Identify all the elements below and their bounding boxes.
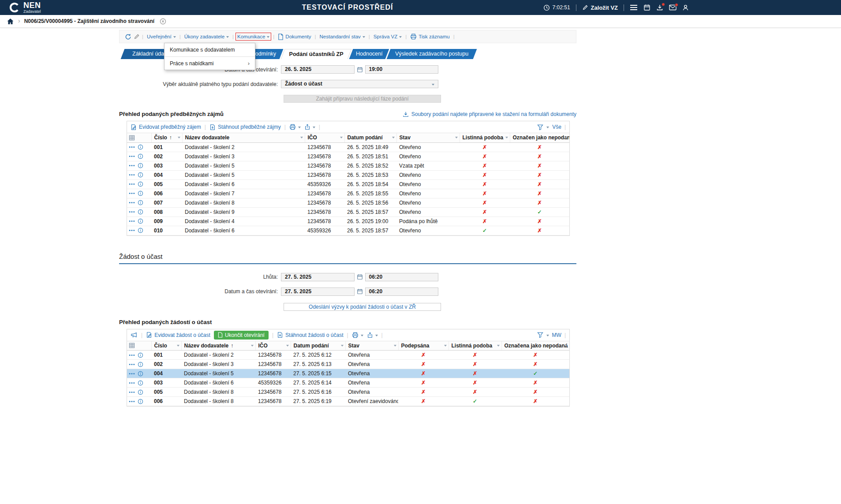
column-header-cislo[interactable]: Číslo↑ [151,133,182,142]
mail-icon[interactable] [669,4,677,11]
info-icon[interactable] [138,371,143,377]
filter-caret-icon[interactable] [341,345,344,347]
chevron-down-icon[interactable] [546,127,549,128]
tab-vysledek-zadavaciho-postupu[interactable]: Výsledek zadávacího postupu [387,49,477,59]
filter-funnel-icon[interactable] [537,332,543,338]
open-time-field[interactable]: 06:20 [365,287,439,296]
menu-hamburger-icon[interactable] [630,4,638,11]
calendar-icon[interactable] [357,67,363,73]
info-icon[interactable] [138,209,143,215]
row-menu-button[interactable] [129,164,135,167]
column-header-podepsana[interactable]: Podepsána [398,341,449,351]
info-icon[interactable] [138,153,143,159]
info-icon[interactable] [138,172,143,178]
column-header-listinna[interactable]: Listinná podoba [460,133,510,142]
filter-caret-icon[interactable] [505,137,508,138]
print-table-button[interactable] [289,124,301,130]
menu-item-komunikace-s-dodavatelem[interactable]: Komunikace s dodavatelem [164,43,255,56]
column-header-ico[interactable]: IČO [305,133,344,142]
row-menu-button[interactable] [129,192,135,194]
filter-caret-icon[interactable] [392,137,395,138]
megaphone-icon[interactable] [131,332,138,338]
create-vz-button[interactable]: Založit VZ [582,4,618,11]
filter-funnel-icon[interactable] [537,124,543,130]
toolbar-item-nestandardni-stav[interactable]: Nestandardní stav [318,33,366,40]
column-header-stav[interactable]: Stav [396,133,460,142]
row-menu-button[interactable] [129,354,135,356]
info-icon[interactable] [138,181,143,187]
home-icon[interactable] [7,18,14,25]
column-header-listinna[interactable]: Listinná podoba [449,341,501,351]
info-icon[interactable] [138,190,143,196]
tab-podani-ucastniku-zp[interactable]: Podání účastníků ZP [281,49,352,59]
lhuta-date-field[interactable]: 27. 5. 2025 [281,273,355,281]
menu-item-prace-s-nabidkami[interactable]: Práce s nabídkami › [164,56,255,70]
table-row[interactable]: 001Dodavatel - školení 21234567826. 5. 2… [127,142,569,152]
table-row[interactable]: 003Dodavatel - školení 51234567826. 5. 2… [127,161,569,170]
row-menu-button[interactable] [129,202,135,204]
info-icon[interactable] [138,352,143,358]
column-header-nepodany[interactable]: Označen jako nepodaný [510,133,569,142]
info-icon[interactable] [138,362,143,367]
table-row[interactable]: 004Dodavatel - školení 51234567826. 5. 2… [127,170,569,179]
filter-caret-icon[interactable] [455,137,458,138]
table-row[interactable]: 005Dodavatel - školení 64535932626. 5. 2… [127,179,569,189]
filter-preset-label[interactable]: Vše [552,124,561,130]
filter-caret-icon[interactable] [565,137,568,138]
evidovat-zadost-button[interactable]: Evidovat žádost o účast [146,332,210,338]
next-phase-button[interactable]: Zahájit přípravu následující fáze podání [284,95,441,103]
info-icon[interactable] [138,228,143,233]
filter-caret-icon[interactable] [444,345,447,347]
table-row[interactable]: 002Dodavatel - školení 31234567826. 5. 2… [127,152,569,161]
table-row[interactable]: 010Dodavatel - školení 64535932626. 5. 2… [127,226,569,235]
table-row[interactable]: 005Dodavatel - školení 81234567827. 5. 2… [127,388,569,397]
evidovat-zajem-button[interactable]: Evidovat předběžný zájem [131,124,201,131]
row-menu-button[interactable] [129,382,135,384]
stahnout-zadosti-button[interactable]: Stáhnout žádosti o účast [277,332,343,338]
export-table-button[interactable] [304,124,315,130]
toolbar-item-ukony-zadavatele[interactable]: Úkony zadavatele [183,33,230,40]
info-icon[interactable] [138,218,143,224]
info-icon[interactable] [138,144,143,150]
send-invite-button[interactable]: Odeslání výzvy k podání žádosti o účast … [284,303,441,311]
filter-caret-icon[interactable] [178,137,180,138]
open-date-field[interactable]: 26. 5. 2025 [281,65,355,74]
downloads-icon[interactable] [656,4,663,11]
info-icon[interactable] [138,399,143,404]
row-menu-button[interactable] [129,229,135,231]
history-back-icon[interactable] [125,34,131,40]
close-record-icon[interactable] [160,18,166,25]
table-row[interactable]: 006Dodavatel - školení 71234567826. 5. 2… [127,189,569,198]
row-menu-button[interactable] [129,220,135,222]
row-menu-button[interactable] [129,155,135,157]
filter-caret-icon[interactable] [394,345,396,347]
row-menu-button[interactable] [129,146,135,148]
stahnout-zajmy-button[interactable]: Stáhnout předběžné zájmy [209,124,281,131]
table-row[interactable]: 007Dodavatel - školení 81234567826. 5. 2… [127,198,569,207]
table-row[interactable]: 001Dodavatel - školení 21234567827. 5. 2… [127,351,569,360]
nen-logo[interactable]: NEN Zadavatel [9,1,41,14]
info-icon[interactable] [138,389,143,395]
export-table-button[interactable] [367,332,378,338]
column-header-datum[interactable]: Datum podání [344,133,396,142]
column-header-nepodana[interactable]: Označena jako nepodaná [501,341,569,351]
user-icon[interactable] [682,4,689,11]
table-row[interactable]: 008Dodavatel - školení 91234567826. 5. 2… [127,207,569,217]
row-menu-button[interactable] [129,391,135,393]
tab-hodnoceni[interactable]: Hodnocení [349,49,389,59]
breadcrumb-item[interactable]: N006/25/V00004995 - Zajištění závodního … [24,18,154,24]
column-header-nazev[interactable]: Název dodavatele [182,133,305,142]
chevron-down-icon[interactable] [546,335,549,336]
column-header-datum[interactable]: Datum podání [291,341,345,351]
column-chooser-icon[interactable] [127,133,151,142]
column-header-stav[interactable]: Stav [345,341,398,351]
column-header-cislo[interactable]: Číslo [151,341,181,351]
toolbar-item-dokumenty[interactable]: Dokumenty [277,33,312,41]
row-menu-button[interactable] [129,211,135,213]
row-menu-button[interactable] [129,373,135,375]
open-time-field[interactable]: 19:00 [365,65,439,74]
calendar-icon[interactable] [357,274,363,280]
calendar-icon[interactable] [357,288,363,295]
toolbar-item-tisk-zaznamu[interactable]: Tisk záznamu [409,33,451,41]
info-icon[interactable] [138,163,143,168]
